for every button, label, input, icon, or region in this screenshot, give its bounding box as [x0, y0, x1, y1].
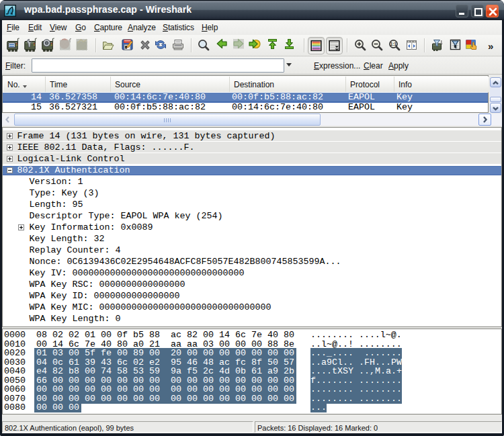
svg-text:1:1: 1:1: [390, 42, 397, 46]
